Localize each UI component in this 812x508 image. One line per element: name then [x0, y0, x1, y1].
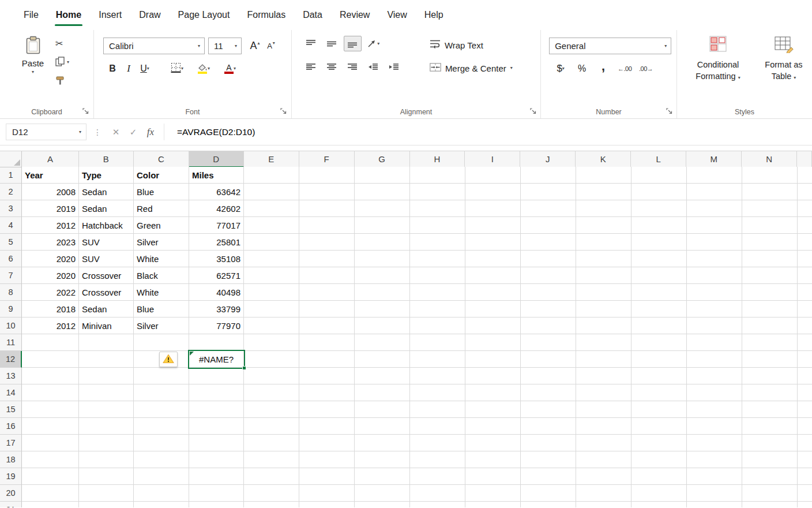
cell-N14[interactable]	[742, 384, 798, 401]
cell-I14[interactable]	[465, 384, 521, 401]
cell-J11[interactable]	[521, 334, 576, 351]
cell-B6[interactable]: SUV	[79, 251, 134, 267]
tab-draw[interactable]: Draw	[130, 0, 169, 30]
cell-F19[interactable]	[299, 468, 355, 485]
cell-C13[interactable]	[134, 368, 189, 384]
cell-G4[interactable]	[355, 217, 410, 234]
cell-C21[interactable]	[134, 502, 189, 507]
cell-C8[interactable]: White	[134, 284, 189, 301]
cell-B20[interactable]	[79, 485, 134, 502]
cell-H19[interactable]	[410, 468, 465, 485]
cell-o17[interactable]	[798, 435, 812, 451]
cell-I6[interactable]	[465, 251, 521, 267]
font-color-button[interactable]: A ▾	[222, 61, 238, 77]
cell-J15[interactable]	[521, 401, 576, 418]
cell-A12[interactable]	[22, 351, 79, 368]
cell-J19[interactable]	[521, 468, 576, 485]
cell-H18[interactable]	[410, 451, 465, 468]
cell-G18[interactable]	[355, 451, 410, 468]
cell-L14[interactable]	[631, 384, 687, 401]
cell-H14[interactable]	[410, 384, 465, 401]
cell-B12[interactable]	[79, 351, 134, 368]
cell-C18[interactable]	[134, 451, 189, 468]
row-header-8[interactable]: 8	[0, 284, 22, 301]
cell-J5[interactable]	[521, 234, 576, 251]
tab-help[interactable]: Help	[416, 0, 452, 30]
cell-L7[interactable]	[631, 267, 687, 284]
increase-indent-button[interactable]	[385, 59, 403, 74]
cell-M12[interactable]	[687, 351, 742, 368]
cell-H12[interactable]	[410, 351, 465, 368]
cell-D5[interactable]: 25801	[189, 234, 244, 251]
cell-E8[interactable]	[244, 284, 299, 301]
cell-I13[interactable]	[465, 368, 521, 384]
cell-F7[interactable]	[299, 267, 355, 284]
cell-I19[interactable]	[465, 468, 521, 485]
cell-D20[interactable]	[189, 485, 244, 502]
cell-o16[interactable]	[798, 418, 812, 435]
row-header-14[interactable]: 14	[0, 384, 22, 401]
orientation-button[interactable]: ▾	[364, 36, 382, 51]
cell-M8[interactable]	[687, 284, 742, 301]
copy-button[interactable]: ▾	[55, 57, 69, 68]
cell-D3[interactable]: 42602	[189, 200, 244, 217]
tab-page-layout[interactable]: Page Layout	[170, 0, 239, 30]
cell-G13[interactable]	[355, 368, 410, 384]
cell-C10[interactable]: Silver	[134, 318, 189, 334]
cell-N13[interactable]	[742, 368, 798, 384]
cell-H7[interactable]	[410, 267, 465, 284]
tab-review[interactable]: Review	[331, 0, 378, 30]
select-all-corner[interactable]	[0, 151, 22, 167]
cell-C3[interactable]: Red	[134, 200, 189, 217]
row-header-1[interactable]: 1	[0, 167, 22, 184]
cell-I2[interactable]	[465, 184, 521, 200]
cell-o8[interactable]	[798, 284, 812, 301]
cell-G6[interactable]	[355, 251, 410, 267]
align-middle-button[interactable]	[323, 36, 341, 51]
cell-B8[interactable]: Crossover	[79, 284, 134, 301]
row-header-12[interactable]: 12	[0, 351, 22, 368]
cell-N20[interactable]	[742, 485, 798, 502]
row-header-6[interactable]: 6	[0, 251, 22, 267]
cell-A5[interactable]: 2023	[22, 234, 79, 251]
cell-E17[interactable]	[244, 435, 299, 451]
row-header-20[interactable]: 20	[0, 485, 22, 502]
number-format-select[interactable]: General ▾	[549, 38, 671, 54]
cell-K10[interactable]	[576, 318, 631, 334]
column-header-C[interactable]: C	[134, 151, 189, 167]
cell-K5[interactable]	[576, 234, 631, 251]
cell-B16[interactable]	[79, 418, 134, 435]
cell-A3[interactable]: 2019	[22, 200, 79, 217]
cell-L2[interactable]	[631, 184, 687, 200]
row-header-2[interactable]: 2	[0, 184, 22, 200]
cell-I18[interactable]	[465, 451, 521, 468]
cell-K21[interactable]	[576, 502, 631, 507]
align-left-button[interactable]	[302, 59, 320, 74]
cell-I20[interactable]	[465, 485, 521, 502]
cell-L11[interactable]	[631, 334, 687, 351]
cell-K19[interactable]	[576, 468, 631, 485]
cell-M20[interactable]	[687, 485, 742, 502]
underline-button[interactable]: U▾	[137, 61, 153, 77]
cell-G17[interactable]	[355, 435, 410, 451]
column-header-E[interactable]: E	[244, 151, 299, 167]
cell-E2[interactable]	[244, 184, 299, 200]
cell-H21[interactable]	[410, 502, 465, 507]
cell-F16[interactable]	[299, 418, 355, 435]
bold-button[interactable]: B	[104, 61, 121, 77]
cell-N8[interactable]	[742, 284, 798, 301]
cell-o19[interactable]	[798, 468, 812, 485]
cell-G20[interactable]	[355, 485, 410, 502]
cell-A1[interactable]: Year	[22, 167, 79, 184]
italic-button[interactable]: I	[121, 61, 137, 77]
cell-L13[interactable]	[631, 368, 687, 384]
cell-G8[interactable]	[355, 284, 410, 301]
accounting-format-button[interactable]: $▾	[552, 61, 569, 77]
cell-E9[interactable]	[244, 301, 299, 318]
cell-M13[interactable]	[687, 368, 742, 384]
row-header-5[interactable]: 5	[0, 234, 22, 251]
cell-o3[interactable]	[798, 200, 812, 217]
cell-o13[interactable]	[798, 368, 812, 384]
cell-I12[interactable]	[465, 351, 521, 368]
decrease-indent-button[interactable]	[364, 59, 382, 74]
